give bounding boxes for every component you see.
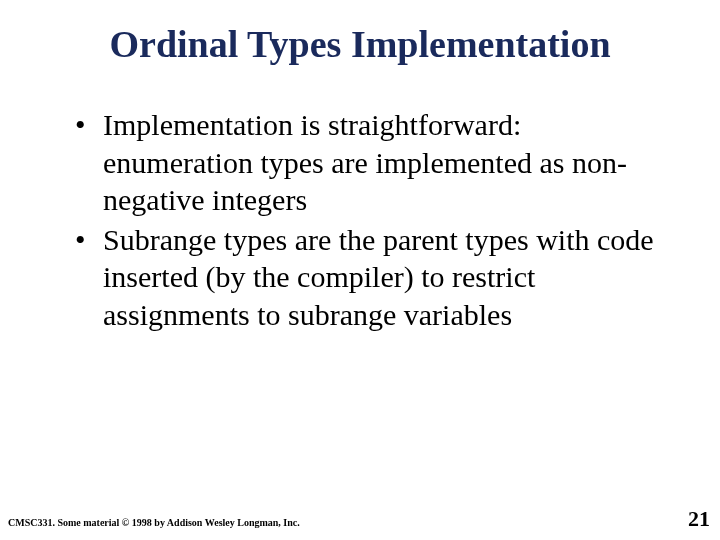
slide-content: Implementation is straightforward: enume… (0, 106, 720, 333)
footer-attribution: CMSC331. Some material © 1998 by Addison… (8, 517, 300, 528)
slide-title: Ordinal Types Implementation (0, 0, 720, 106)
list-item: Implementation is straightforward: enume… (75, 106, 670, 219)
bullet-list: Implementation is straightforward: enume… (75, 106, 670, 333)
page-number: 21 (688, 506, 710, 532)
list-item: Subrange types are the parent types with… (75, 221, 670, 334)
